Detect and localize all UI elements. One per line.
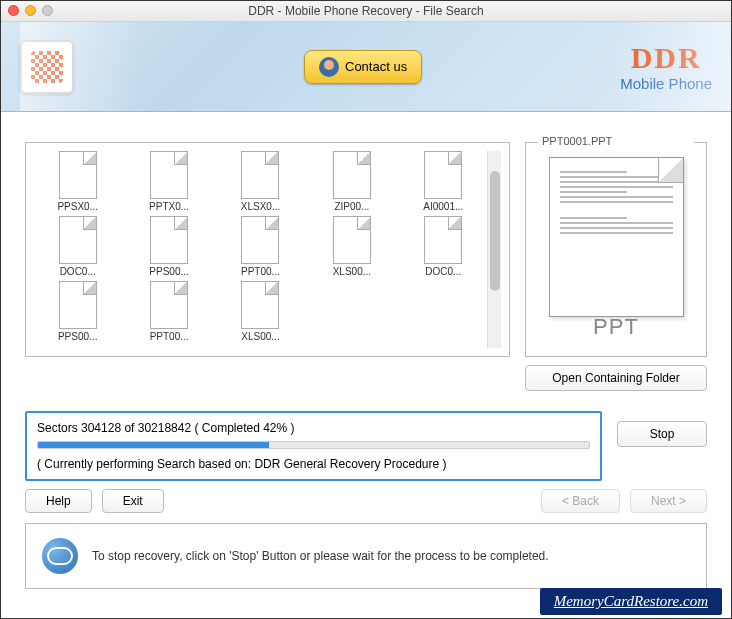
file-item[interactable]: PPT00... <box>217 216 304 277</box>
progress-fill <box>38 442 269 448</box>
contact-us-button[interactable]: Contact us <box>304 50 422 84</box>
preview-panel: PPT0001.PPT PPT <box>525 142 707 357</box>
file-icon <box>150 281 188 329</box>
file-icon <box>241 151 279 199</box>
file-name: PPT00... <box>241 266 280 277</box>
file-name: XLS00... <box>241 331 279 342</box>
scrollbar-thumb[interactable] <box>490 171 500 291</box>
scrollbar[interactable] <box>487 151 501 348</box>
file-item[interactable]: PPT00... <box>125 281 212 342</box>
minimize-window-icon[interactable] <box>25 5 36 16</box>
brand-title: DDR <box>620 41 712 75</box>
file-name: PPTX0... <box>149 201 189 212</box>
file-item[interactable]: XLS00... <box>308 216 395 277</box>
open-containing-folder-button[interactable]: Open Containing Folder <box>525 365 707 391</box>
info-icon <box>42 538 78 574</box>
contact-label: Contact us <box>345 59 407 74</box>
window-titlebar: DDR - Mobile Phone Recovery - File Searc… <box>0 0 732 22</box>
brand-block: DDR Mobile Phone <box>620 41 712 92</box>
maximize-window-icon <box>42 5 53 16</box>
file-icon <box>333 151 371 199</box>
tip-panel: To stop recovery, click on 'Stop' Button… <box>25 523 707 589</box>
app-logo <box>20 40 74 94</box>
tip-text: To stop recovery, click on 'Stop' Button… <box>92 549 549 563</box>
stop-button[interactable]: Stop <box>617 421 707 447</box>
window-title: DDR - Mobile Phone Recovery - File Searc… <box>248 4 483 18</box>
file-item[interactable]: XLS00... <box>217 281 304 342</box>
file-icon <box>424 216 462 264</box>
app-header: Contact us DDR Mobile Phone <box>0 22 732 112</box>
preview-type-label: PPT <box>526 314 706 340</box>
file-icon <box>59 151 97 199</box>
preview-filename: PPT0001.PPT <box>538 135 694 147</box>
file-icon <box>241 281 279 329</box>
brand-subtitle: Mobile Phone <box>620 75 712 92</box>
file-item[interactable]: PPTX0... <box>125 151 212 212</box>
footer-link[interactable]: MemoryCardRestore.com <box>540 588 722 615</box>
file-item[interactable]: ZIP00... <box>308 151 395 212</box>
file-name: PPSX0... <box>57 201 98 212</box>
file-item[interactable]: AI0001... <box>400 151 487 212</box>
file-results-panel: PPSX0...PPTX0...XLSX0...ZIP00...AI0001..… <box>25 142 510 357</box>
progress-panel: Sectors 304128 of 30218842 ( Completed 4… <box>25 411 602 481</box>
progress-note: ( Currently performing Search based on: … <box>37 457 590 471</box>
back-button: < Back <box>541 489 620 513</box>
file-icon <box>59 281 97 329</box>
file-icon <box>333 216 371 264</box>
person-icon <box>319 57 339 77</box>
exit-button[interactable]: Exit <box>102 489 164 513</box>
file-item[interactable]: PPSX0... <box>34 151 121 212</box>
file-item[interactable]: DOC0... <box>34 216 121 277</box>
preview-document-icon <box>549 157 684 317</box>
file-icon <box>241 216 279 264</box>
file-name: DOC0... <box>425 266 461 277</box>
progress-bar <box>37 441 590 449</box>
progress-text: Sectors 304128 of 30218842 ( Completed 4… <box>37 421 590 435</box>
file-icon <box>424 151 462 199</box>
close-window-icon[interactable] <box>8 5 19 16</box>
file-name: PPT00... <box>150 331 189 342</box>
file-icon <box>150 216 188 264</box>
file-name: XLS00... <box>333 266 371 277</box>
file-icon <box>150 151 188 199</box>
next-button: Next > <box>630 489 707 513</box>
file-item[interactable]: PPS00... <box>125 216 212 277</box>
file-name: DOC0... <box>60 266 96 277</box>
file-name: AI0001... <box>423 201 463 212</box>
file-icon <box>59 216 97 264</box>
file-item[interactable]: XLSX0... <box>217 151 304 212</box>
file-item[interactable]: DOC0... <box>400 216 487 277</box>
file-name: PPS00... <box>58 331 97 342</box>
file-item[interactable]: PPS00... <box>34 281 121 342</box>
file-name: PPS00... <box>149 266 188 277</box>
file-name: XLSX0... <box>241 201 280 212</box>
file-name: ZIP00... <box>334 201 369 212</box>
help-button[interactable]: Help <box>25 489 92 513</box>
